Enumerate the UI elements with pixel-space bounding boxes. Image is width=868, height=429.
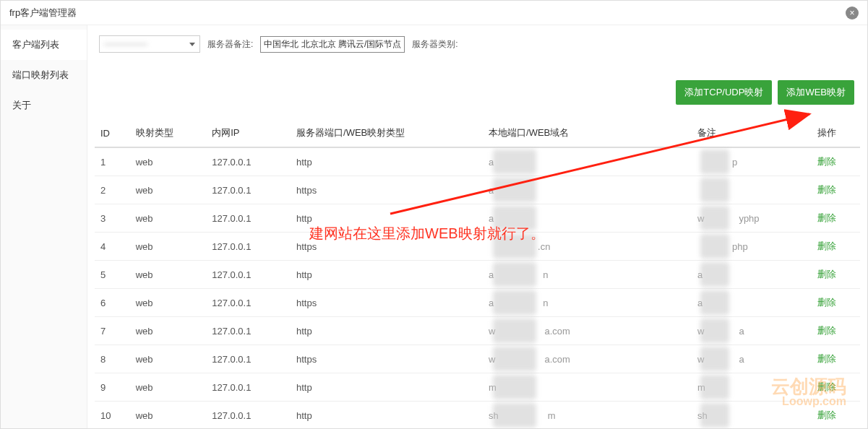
action-bar: 添加TCP/UDP映射 添加WEB映射 — [87, 60, 867, 119]
delete-link[interactable]: 删除 — [817, 184, 836, 195]
cell-op: 删除 — [812, 289, 860, 317]
cell-domain: an — [483, 261, 692, 289]
sidebar-item-about[interactable]: 关于 — [1, 90, 87, 121]
server-note-value: 中国华北 北京北京 腾讯云/国际节点 — [260, 36, 405, 53]
th-ip: 内网IP — [206, 119, 291, 147]
sidebar-item-clients[interactable]: 客户端列表 — [1, 30, 87, 60]
cell-note: wyphp — [692, 204, 812, 233]
th-type: 映射类型 — [130, 119, 206, 147]
table-row: 2web127.0.0.1httpsa删除 — [95, 176, 860, 204]
cell-domain: wa.com — [483, 317, 692, 345]
cell-id: 1 — [95, 147, 130, 176]
cell-op: 删除 — [812, 261, 860, 289]
cell-ip: 127.0.0.1 — [206, 204, 291, 233]
cell-type: web — [130, 147, 206, 176]
cell-type: web — [130, 204, 206, 233]
cell-op: 删除 — [812, 373, 860, 402]
delete-link[interactable]: 删除 — [817, 269, 836, 280]
cell-port: http — [291, 402, 483, 429]
th-note: 备注 — [692, 119, 812, 147]
cell-id: 4 — [95, 233, 130, 261]
cell-id: 8 — [95, 345, 130, 373]
body: 客户端列表 端口映射列表 关于 ————— 服务器备注: 中国华北 北京北京 腾… — [1, 25, 867, 428]
cell-domain: a — [483, 204, 692, 233]
cell-ip: 127.0.0.1 — [206, 289, 291, 317]
sidebar-item-port-mapping[interactable]: 端口映射列表 — [1, 60, 87, 90]
sidebar-item-label: 客户端列表 — [12, 39, 59, 50]
delete-link[interactable]: 删除 — [817, 156, 836, 167]
cell-port: http — [291, 204, 483, 233]
table-body: 1web127.0.0.1httpap删除2web127.0.0.1httpsa… — [95, 147, 860, 428]
cell-op: 删除 — [812, 233, 860, 261]
cell-port: https — [291, 345, 483, 373]
delete-link[interactable]: 删除 — [817, 212, 836, 223]
cell-domain: an — [483, 289, 692, 317]
sidebar-item-label: 端口映射列表 — [12, 69, 69, 80]
cell-note: wa — [692, 317, 812, 345]
cell-type: web — [130, 373, 206, 402]
titlebar: frp客户端管理器 × — [1, 1, 867, 25]
cell-domain: a — [483, 176, 692, 204]
mapping-table-wrap: ID 映射类型 内网IP 服务器端口/WEB映射类型 本地端口/WEB域名 备注… — [87, 119, 867, 428]
cell-domain: a — [483, 147, 692, 176]
delete-link[interactable]: 删除 — [817, 297, 836, 308]
cell-note: sh — [692, 402, 812, 429]
cell-note: m — [692, 373, 812, 402]
cell-id: 5 — [95, 261, 130, 289]
cell-port: https — [291, 289, 483, 317]
close-icon[interactable]: × — [846, 6, 859, 20]
delete-link[interactable]: 删除 — [817, 381, 836, 392]
cell-port: https — [291, 176, 483, 204]
server-select[interactable]: ————— — [99, 35, 200, 53]
delete-link[interactable]: 删除 — [817, 325, 836, 336]
cell-domain: wa.com — [483, 345, 692, 373]
table-row: 8web127.0.0.1httpswa.comwa删除 — [95, 345, 860, 373]
cell-type: web — [130, 345, 206, 373]
table-row: 10web127.0.0.1httpshmsh删除 — [95, 402, 860, 429]
cell-ip: 127.0.0.1 — [206, 147, 291, 176]
cell-note: wa — [692, 345, 812, 373]
cell-domain: m — [483, 373, 692, 402]
cell-port: http — [291, 317, 483, 345]
cell-ip: 127.0.0.1 — [206, 345, 291, 373]
delete-link[interactable]: 删除 — [817, 353, 836, 364]
cell-ip: 127.0.0.1 — [206, 176, 291, 204]
cell-note: a — [692, 261, 812, 289]
server-select-value: ————— — [104, 39, 147, 49]
cell-ip: 127.0.0.1 — [206, 317, 291, 345]
window-title: frp客户端管理器 — [9, 6, 77, 20]
th-id: ID — [95, 119, 130, 147]
cell-note: php — [692, 233, 812, 261]
cell-op: 删除 — [812, 204, 860, 233]
toolbar: ————— 服务器备注: 中国华北 北京北京 腾讯云/国际节点 服务器类别: — [87, 25, 867, 60]
th-port: 服务器端口/WEB映射类型 — [291, 119, 483, 147]
server-note-label: 服务器备注: — [207, 38, 253, 51]
add-tcp-udp-button[interactable]: 添加TCP/UDP映射 — [676, 80, 772, 105]
cell-op: 删除 — [812, 345, 860, 373]
cell-domain: shm — [483, 402, 692, 429]
cell-note: a — [692, 289, 812, 317]
sidebar-item-label: 关于 — [12, 100, 31, 110]
cell-op: 删除 — [812, 147, 860, 176]
delete-link[interactable]: 删除 — [817, 410, 836, 420]
cell-type: web — [130, 233, 206, 261]
table-row: 9web127.0.0.1httpmm删除 — [95, 373, 860, 402]
table-row: 4web127.0.0.1https.cnphp删除 — [95, 233, 860, 261]
table-row: 6web127.0.0.1httpsana删除 — [95, 289, 860, 317]
table-row: 5web127.0.0.1httpana删除 — [95, 261, 860, 289]
cell-op: 删除 — [812, 402, 860, 429]
cell-type: web — [130, 261, 206, 289]
cell-domain: .cn — [483, 233, 692, 261]
delete-link[interactable]: 删除 — [817, 240, 836, 251]
cell-op: 删除 — [812, 317, 860, 345]
cell-port: http — [291, 373, 483, 402]
cell-op: 删除 — [812, 176, 860, 204]
add-web-button[interactable]: 添加WEB映射 — [778, 80, 854, 105]
th-op: 操作 — [812, 119, 860, 147]
table-row: 1web127.0.0.1httpap删除 — [95, 147, 860, 176]
cell-id: 10 — [95, 402, 130, 429]
cell-ip: 127.0.0.1 — [206, 233, 291, 261]
mapping-table: ID 映射类型 内网IP 服务器端口/WEB映射类型 本地端口/WEB域名 备注… — [95, 119, 860, 428]
server-type-label: 服务器类别: — [412, 38, 457, 51]
cell-id: 2 — [95, 176, 130, 204]
